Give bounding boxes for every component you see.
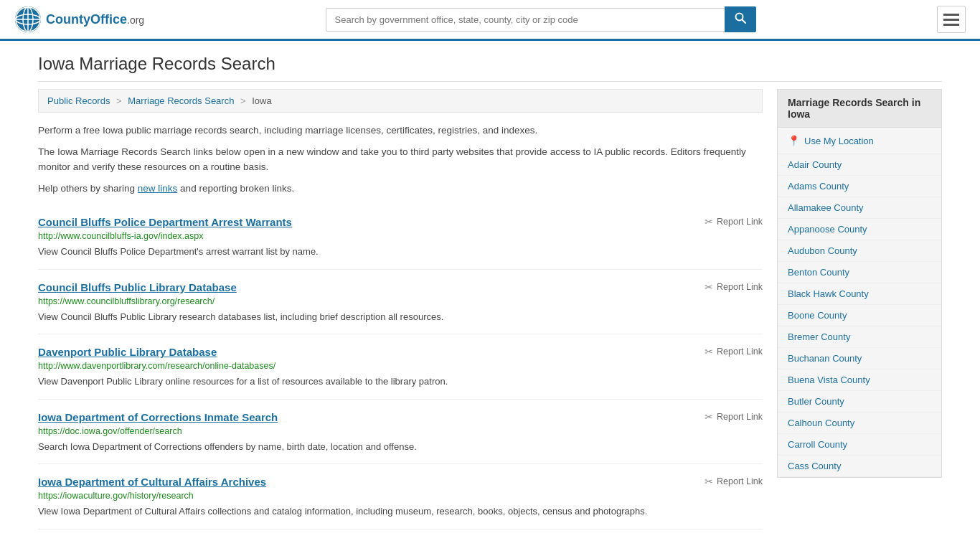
report-link-button[interactable]: ✂ Report Link: [705, 216, 763, 227]
desc-para-1: Perform a free Iowa public marriage reco…: [38, 123, 763, 138]
breadcrumb-marriage-records[interactable]: Marriage Records Search: [128, 95, 234, 106]
scissors-icon: ✂: [705, 476, 713, 487]
list-item: Butler County: [778, 391, 941, 413]
report-link-button[interactable]: ✂ Report Link: [705, 281, 763, 293]
desc-3-after: and reporting broken links.: [177, 183, 294, 194]
county-link[interactable]: Allamakee County: [778, 197, 941, 218]
list-item: Calhoun County: [778, 413, 941, 434]
desc-para-2: The Iowa Marriage Records Search links b…: [38, 144, 763, 175]
description: Perform a free Iowa public marriage reco…: [38, 123, 763, 196]
page-title: Iowa Marriage Records Search: [38, 41, 942, 82]
list-item: Adams County: [778, 176, 941, 197]
header: CountyOffice.org: [0, 0, 980, 41]
result-item: Davenport Public Library Database ✂ Repo…: [38, 334, 763, 400]
list-item: Benton County: [778, 262, 941, 283]
list-item: Allamakee County: [778, 197, 941, 219]
county-link[interactable]: Boone County: [778, 305, 941, 326]
result-desc: View Iowa Department of Cultural Affairs…: [38, 504, 763, 519]
list-item: Cass County: [778, 456, 941, 477]
county-link[interactable]: Buchanan County: [778, 348, 941, 369]
scissors-icon: ✂: [705, 281, 713, 293]
search-area: [326, 6, 756, 32]
result-desc: View Council Bluffs Public Library resea…: [38, 310, 763, 324]
report-link-button[interactable]: ✂ Report Link: [705, 476, 763, 487]
bc-separator: >: [240, 95, 246, 106]
search-button[interactable]: [725, 6, 756, 32]
result-url[interactable]: https://www.councilbluffslibrary.org/res…: [38, 296, 763, 306]
svg-line-7: [742, 20, 745, 24]
county-link[interactable]: Calhoun County: [778, 413, 941, 433]
results-list: Council Bluffs Police Department Arrest …: [38, 204, 763, 529]
result-item: Council Bluffs Police Department Arrest …: [38, 204, 763, 270]
list-item: Buena Vista County: [778, 369, 941, 391]
logo-icon: [14, 6, 42, 33]
sidebar-location[interactable]: 📍 Use My Location: [778, 128, 941, 154]
list-item: Boone County: [778, 305, 941, 326]
county-link[interactable]: Adair County: [778, 154, 941, 175]
county-link[interactable]: Cass County: [778, 456, 941, 476]
county-link[interactable]: Bremer County: [778, 326, 941, 347]
result-desc: View Davenport Public Library online res…: [38, 375, 763, 389]
scissors-icon: ✂: [705, 411, 713, 423]
hamburger-line: [943, 19, 959, 21]
result-title[interactable]: Iowa Department of Corrections Inmate Se…: [38, 411, 278, 423]
result-desc: View Council Bluffs Police Department's …: [38, 245, 763, 259]
result-item: Iowa Department of Corrections Inmate Se…: [38, 400, 763, 465]
report-label: Report Link: [717, 476, 763, 486]
result-header: Iowa Department of Corrections Inmate Se…: [38, 411, 763, 423]
result-url[interactable]: https://doc.iowa.gov/offender/search: [38, 426, 763, 436]
list-item: Bremer County: [778, 326, 941, 348]
report-label: Report Link: [717, 217, 763, 227]
search-icon: [735, 12, 746, 24]
logo-text: CountyOffice.org: [46, 12, 144, 27]
bc-separator: >: [116, 95, 122, 106]
list-item: Adair County: [778, 154, 941, 176]
hamburger-button[interactable]: [937, 6, 966, 33]
list-item: Buchanan County: [778, 348, 941, 369]
location-pin-icon: 📍: [788, 135, 800, 146]
county-link[interactable]: Audubon County: [778, 240, 941, 261]
scissors-icon: ✂: [705, 216, 713, 227]
report-label: Report Link: [717, 282, 763, 292]
result-desc: Search Iowa Department of Corrections of…: [38, 440, 763, 454]
report-link-button[interactable]: ✂ Report Link: [705, 411, 763, 423]
result-url[interactable]: https://iowaculture.gov/history/research: [38, 491, 763, 501]
county-list: Adair CountyAdams CountyAllamakee County…: [778, 154, 941, 477]
county-link[interactable]: Black Hawk County: [778, 283, 941, 304]
sidebar-box: Marriage Records Search in Iowa 📍 Use My…: [777, 89, 942, 478]
new-links-link[interactable]: new links: [138, 183, 178, 194]
result-item: Iowa Department of Cultural Affairs Arch…: [38, 464, 763, 529]
result-title[interactable]: Council Bluffs Public Library Database: [38, 281, 237, 293]
scissors-icon: ✂: [705, 346, 713, 357]
county-link[interactable]: Appanoose County: [778, 219, 941, 240]
report-label: Report Link: [717, 412, 763, 422]
list-item: Appanoose County: [778, 219, 941, 240]
desc-3-before: Help others by sharing: [38, 183, 138, 194]
list-item: Black Hawk County: [778, 283, 941, 305]
result-title[interactable]: Iowa Department of Cultural Affairs Arch…: [38, 476, 266, 488]
county-link[interactable]: Benton County: [778, 262, 941, 283]
result-url[interactable]: http://www.davenportlibrary.com/research…: [38, 361, 763, 371]
county-link[interactable]: Adams County: [778, 176, 941, 197]
main-content: Public Records > Marriage Records Search…: [38, 82, 763, 529]
report-link-button[interactable]: ✂ Report Link: [705, 346, 763, 357]
result-header: Davenport Public Library Database ✂ Repo…: [38, 346, 763, 358]
main-wrapper: Iowa Marriage Records Search Public Reco…: [24, 41, 956, 529]
sidebar: Marriage Records Search in Iowa 📍 Use My…: [777, 82, 942, 529]
breadcrumb: Public Records > Marriage Records Search…: [38, 89, 763, 113]
county-link[interactable]: Butler County: [778, 391, 941, 412]
result-header: Iowa Department of Cultural Affairs Arch…: [38, 476, 763, 488]
breadcrumb-public-records[interactable]: Public Records: [47, 95, 110, 106]
county-link[interactable]: Carroll County: [778, 434, 941, 455]
use-my-location-label: Use My Location: [804, 136, 874, 146]
sidebar-header: Marriage Records Search in Iowa: [778, 90, 941, 128]
result-url[interactable]: http://www.councilbluffs-ia.gov/index.as…: [38, 231, 763, 241]
content-layout: Public Records > Marriage Records Search…: [38, 82, 942, 529]
report-label: Report Link: [717, 347, 763, 357]
result-title[interactable]: Council Bluffs Police Department Arrest …: [38, 216, 292, 228]
county-link[interactable]: Buena Vista County: [778, 369, 941, 390]
search-input[interactable]: [326, 8, 725, 32]
result-header: Council Bluffs Police Department Arrest …: [38, 216, 763, 228]
result-title[interactable]: Davenport Public Library Database: [38, 346, 217, 358]
desc-para-3: Help others by sharing new links and rep…: [38, 181, 763, 197]
